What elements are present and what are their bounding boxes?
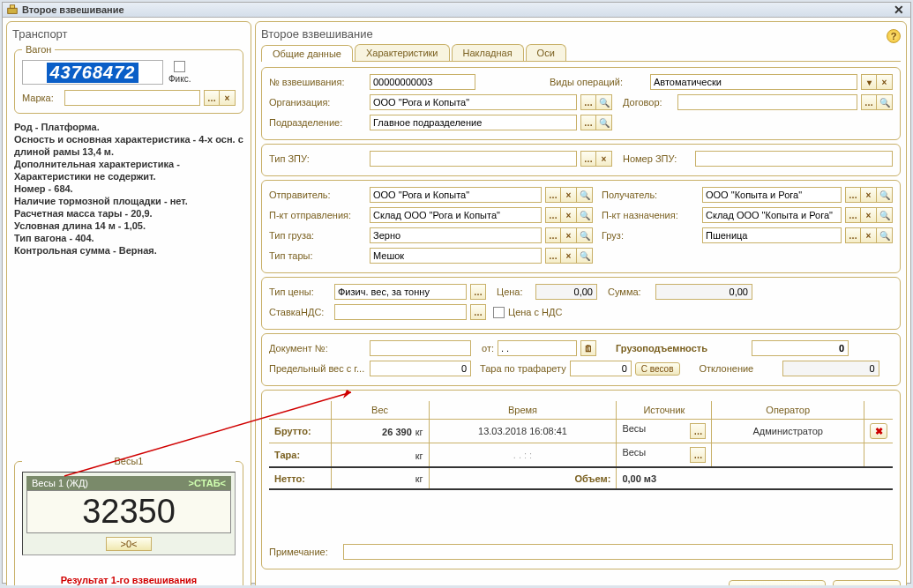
body: Транспорт Вагон 43768472 Фикс. Марка: [3, 18, 910, 585]
cargo-clear-button[interactable]: × [861, 227, 877, 243]
tara-label: Тара: [269, 443, 331, 468]
close-button[interactable]: Закрыть [833, 580, 901, 585]
send-pt-clear-button[interactable]: × [561, 207, 577, 223]
contract-select-button[interactable]: … [861, 94, 877, 110]
tare-type-select-button[interactable]: … [545, 248, 561, 264]
brutto-source-button[interactable]: … [690, 423, 706, 439]
vat-select-button[interactable]: … [470, 304, 486, 320]
window-title: Второе взвешивание [22, 4, 891, 15]
receiver-search-icon[interactable]: 🔍 [877, 187, 893, 203]
capacity-input[interactable] [752, 340, 849, 356]
dept-search-icon[interactable]: 🔍 [596, 115, 612, 130]
zpu-block: Тип ЗПУ: …× Номер ЗПУ: [261, 144, 901, 176]
cargo-type-input[interactable] [370, 227, 542, 243]
num-label: № взвешивания: [269, 77, 366, 87]
transport-title: Транспорт [12, 27, 245, 41]
send-pt-search-icon[interactable]: 🔍 [577, 207, 593, 223]
dest-pt-input[interactable] [702, 207, 842, 223]
optype-clear-button[interactable]: × [877, 74, 893, 90]
volume-unit: м3 [644, 473, 656, 484]
from-calendar-icon[interactable]: 🗓 [580, 340, 596, 356]
weigh-button[interactable]: Взвесить (F10) [729, 580, 826, 585]
optype-dropdown-button[interactable]: ▾ [861, 74, 877, 90]
netto-unit: кг [415, 473, 423, 484]
tare-type-search-icon[interactable]: 🔍 [577, 248, 593, 264]
marka-input[interactable] [64, 90, 200, 106]
tara-source-button[interactable]: … [690, 447, 706, 463]
col-source: Источник [617, 401, 712, 420]
tare-type-input[interactable] [370, 248, 542, 264]
marka-clear-button[interactable]: × [220, 90, 236, 106]
note-input[interactable] [343, 544, 893, 560]
sender-clear-button[interactable]: × [561, 187, 577, 203]
cargo-input[interactable] [702, 227, 842, 243]
sender-select-button[interactable]: … [545, 187, 561, 203]
scales-zero-button[interactable]: >0< [106, 537, 153, 551]
cargo-search-icon[interactable]: 🔍 [877, 227, 893, 243]
send-pt-select-button[interactable]: … [545, 207, 561, 223]
main-window: Второе взвешивание ✕ Транспорт Вагон 437… [2, 2, 911, 584]
marka-select-button[interactable]: … [204, 90, 220, 106]
from-input[interactable] [498, 340, 577, 356]
cargo-type-select-button[interactable]: … [545, 227, 561, 243]
tara-unit: кг [415, 450, 423, 461]
sender-input[interactable] [370, 187, 542, 203]
receiver-clear-button[interactable]: × [861, 187, 877, 203]
tare-stencil-input[interactable] [570, 361, 632, 376]
contract-input[interactable] [677, 94, 857, 110]
svg-rect-0 [8, 8, 18, 13]
num-input[interactable] [370, 74, 475, 90]
org-input[interactable] [370, 94, 577, 110]
price-type-select-button[interactable]: … [470, 284, 486, 300]
org-search-icon[interactable]: 🔍 [596, 94, 612, 110]
tare-stencil-label: Тара по трафарету [480, 363, 566, 374]
dest-pt-clear-button[interactable]: × [861, 207, 877, 223]
tab-axles[interactable]: Оси [526, 44, 566, 61]
tara-source: Весы [622, 447, 646, 458]
titlebar: Второе взвешивание ✕ [3, 3, 910, 18]
tab-characteristics[interactable]: Характеристики [355, 44, 450, 61]
zpu-type-clear-button[interactable]: × [596, 151, 612, 167]
close-icon[interactable]: ✕ [891, 3, 907, 17]
vat-input[interactable] [334, 304, 467, 320]
tab-waybill[interactable]: Накладная [452, 44, 524, 61]
cargo-select-button[interactable]: … [845, 227, 861, 243]
price-type-input[interactable] [334, 284, 467, 300]
doc-input[interactable] [370, 340, 471, 356]
cargo-type-search-icon[interactable]: 🔍 [577, 227, 593, 243]
transport-panel: Транспорт Вагон 43768472 Фикс. Марка: [6, 21, 251, 585]
cargo-type-label: Тип груза: [269, 230, 366, 241]
vat-price-checkbox[interactable] [493, 307, 505, 318]
tab-general[interactable]: Общие данные [261, 45, 353, 62]
contract-search-icon[interactable]: 🔍 [877, 94, 893, 110]
wagon-description: Род - Платформа. Осность и основная хара… [12, 121, 245, 257]
fix-checkbox[interactable] [174, 61, 185, 72]
zpu-type-select-button[interactable]: … [580, 151, 596, 167]
dept-input[interactable] [370, 115, 577, 130]
sender-label: Отправитель: [269, 190, 366, 200]
help-icon[interactable]: ? [887, 29, 901, 43]
brutto-operator: Администратор [712, 420, 864, 443]
dept-select-button[interactable]: … [580, 115, 596, 130]
wagon-number-display[interactable]: 43768472 [22, 60, 163, 85]
send-pt-input[interactable] [370, 207, 542, 223]
dest-pt-search-icon[interactable]: 🔍 [877, 207, 893, 223]
from-scales-button[interactable]: С весов [635, 362, 680, 376]
sender-search-icon[interactable]: 🔍 [577, 187, 593, 203]
brutto-delete-button[interactable]: ✖ [870, 423, 887, 439]
brutto-unit: кг [415, 427, 423, 437]
price-input[interactable] [535, 284, 597, 300]
dest-pt-select-button[interactable]: … [845, 207, 861, 223]
receiver-input[interactable] [702, 187, 842, 203]
tare-type-clear-button[interactable]: × [561, 248, 577, 264]
cargo-type-clear-button[interactable]: × [561, 227, 577, 243]
receiver-select-button[interactable]: … [845, 187, 861, 203]
zpu-num-input[interactable] [695, 151, 893, 167]
zpu-type-input[interactable] [370, 151, 577, 167]
col-time: Время [429, 401, 617, 420]
limit-input[interactable] [370, 361, 471, 376]
org-select-button[interactable]: … [580, 94, 596, 110]
contract-label: Договор: [623, 97, 674, 108]
scales-value: 32350 [26, 490, 231, 533]
optype-input[interactable] [650, 74, 857, 90]
